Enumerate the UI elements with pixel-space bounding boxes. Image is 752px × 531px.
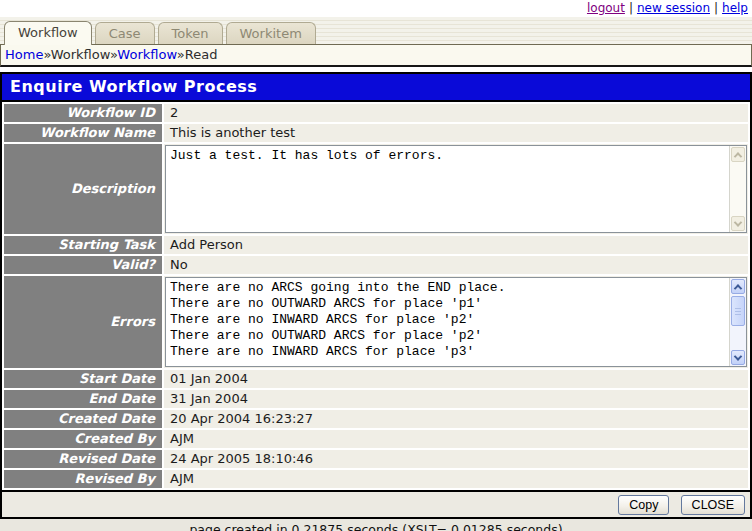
scroll-down-icon[interactable] <box>731 350 745 365</box>
field-label-start-date: Start Date <box>4 370 162 388</box>
field-value-created-by: AJM <box>164 430 748 448</box>
errors-scrollbar[interactable] <box>729 278 746 366</box>
tab-workitem[interactable]: Workitem <box>226 22 316 44</box>
field-value-workflow-name: This is another test <box>164 124 748 142</box>
form-row-end-date: End Date31 Jan 2004 <box>4 390 748 408</box>
field-label-created-date: Created Date <box>4 410 162 428</box>
link-separator: | <box>714 1 718 15</box>
breadcrumb-separator: » <box>177 47 185 62</box>
breadcrumb: Home»Workflow»Workflow»Read <box>0 44 752 67</box>
main-panel: Enquire Workflow Process Workflow ID2Wor… <box>0 72 752 519</box>
form-row-valid: Valid?No <box>4 256 748 274</box>
tab-token[interactable]: Token <box>158 22 223 44</box>
form-row-created-by: Created ByAJM <box>4 430 748 448</box>
errors-textarea[interactable]: There are no ARCS going into the END pla… <box>165 277 747 367</box>
page-title: Enquire Workflow Process <box>2 74 750 102</box>
logout-link[interactable]: logout <box>587 1 625 15</box>
form-row-starting-task: Starting TaskAdd Person <box>4 236 748 254</box>
form-row-revised-date: Revised Date24 Apr 2005 18:10:46 <box>4 450 748 468</box>
form-row-workflow-name: Workflow NameThis is another test <box>4 124 748 142</box>
close-button[interactable]: CLOSE <box>681 495 745 515</box>
form-row-created-date: Created Date20 Apr 2004 16:23:27 <box>4 410 748 428</box>
description-text: Just a test. It has lots of errors. <box>166 146 746 166</box>
help-link[interactable]: help <box>722 1 748 15</box>
field-value-valid: No <box>164 256 748 274</box>
footer-status: page created in 0.21875 seconds (XSLT= 0… <box>0 519 752 531</box>
field-label-starting-task: Starting Task <box>4 236 162 254</box>
field-label-revised-by: Revised By <box>4 470 162 488</box>
field-label-description: Description <box>4 144 162 234</box>
scroll-down-icon <box>731 216 745 231</box>
field-label-valid: Valid? <box>4 256 162 274</box>
field-label-revised-date: Revised Date <box>4 450 162 468</box>
description-textarea[interactable]: Just a test. It has lots of errors. <box>165 145 747 233</box>
field-label-errors: Errors <box>4 276 162 368</box>
field-value-workflow-id: 2 <box>164 104 748 122</box>
form-row-workflow-id: Workflow ID2 <box>4 104 748 122</box>
form-row-description: DescriptionJust a test. It has lots of e… <box>4 144 748 234</box>
field-value-starting-task: Add Person <box>164 236 748 254</box>
form-row-errors: ErrorsThere are no ARCS going into the E… <box>4 276 748 368</box>
field-value-end-date: 31 Jan 2004 <box>164 390 748 408</box>
field-value-revised-date: 24 Apr 2005 18:10:46 <box>164 450 748 468</box>
breadcrumb-workflow-link[interactable]: Workflow <box>117 47 176 62</box>
scroll-up-icon <box>731 147 745 162</box>
scroll-up-icon[interactable] <box>731 279 745 294</box>
top-links: logout|new session|help <box>0 0 752 17</box>
copy-button[interactable]: Copy <box>618 495 669 515</box>
errors-text: There are no ARCS going into the END pla… <box>166 278 746 362</box>
form-row-start-date: Start Date01 Jan 2004 <box>4 370 748 388</box>
field-label-workflow-id: Workflow ID <box>4 104 162 122</box>
new-session-link[interactable]: new session <box>637 1 710 15</box>
breadcrumb-read: Read <box>185 47 218 62</box>
tab-workflow[interactable]: Workflow <box>4 21 92 45</box>
tab-case[interactable]: Case <box>95 22 155 44</box>
field-value-revised-by: AJM <box>164 470 748 488</box>
breadcrumb-workflow: Workflow <box>51 47 110 62</box>
field-label-workflow-name: Workflow Name <box>4 124 162 142</box>
field-label-end-date: End Date <box>4 390 162 408</box>
form-table: Workflow ID2Workflow NameThis is another… <box>2 102 750 490</box>
scrollbar-thumb[interactable] <box>731 296 745 326</box>
breadcrumb-home-link[interactable]: Home <box>5 47 43 62</box>
description-scrollbar <box>729 146 746 232</box>
button-bar: Copy CLOSE <box>2 490 750 517</box>
form-row-revised-by: Revised ByAJM <box>4 470 748 488</box>
link-separator: | <box>629 1 633 15</box>
field-value-created-date: 20 Apr 2004 16:23:27 <box>164 410 748 428</box>
field-value-start-date: 01 Jan 2004 <box>164 370 748 388</box>
field-label-created-by: Created By <box>4 430 162 448</box>
tab-bar: WorkflowCaseTokenWorkitem <box>0 17 752 44</box>
breadcrumb-separator: » <box>43 47 50 62</box>
